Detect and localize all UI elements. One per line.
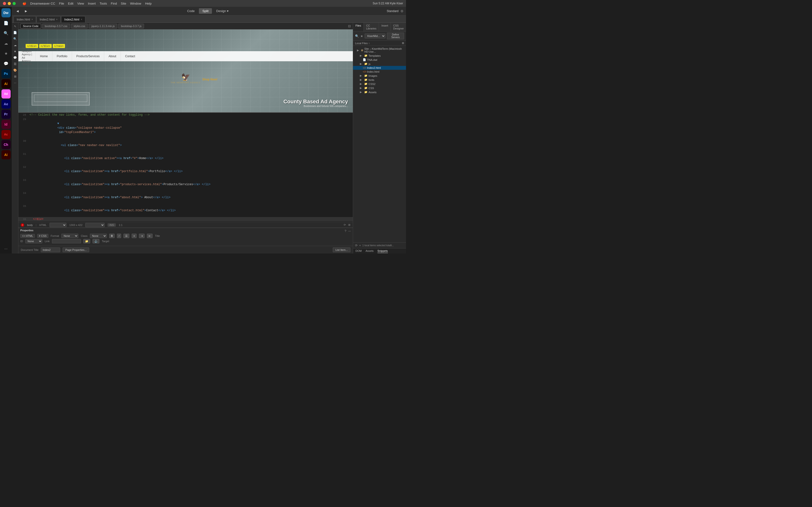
tool-cursor[interactable]: ↖	[12, 24, 18, 29]
nav-products[interactable]: Products/Services	[72, 51, 104, 61]
subtab-jquery[interactable]: jquery-1.11.3.min.js	[89, 24, 117, 29]
design-mode-btn[interactable]: Design ▾	[213, 8, 232, 14]
css-mode-btn[interactable]: # CSS	[37, 234, 48, 238]
browse-btn[interactable]: 📁	[83, 239, 90, 243]
close-btn[interactable]	[3, 2, 6, 5]
bpt-snippets[interactable]: Snippets	[377, 249, 388, 253]
menu-file[interactable]: File	[59, 2, 64, 5]
class-select[interactable]: None	[90, 234, 107, 238]
app-icon-xd[interactable]: Xd	[1, 89, 11, 99]
minimize-btn[interactable]	[8, 2, 11, 5]
rp-tab-insert[interactable]: Insert	[379, 23, 391, 32]
tool-chat[interactable]: 💬	[12, 55, 18, 60]
list-item-btn[interactable]: List Item...	[333, 247, 350, 252]
split-mode-btn[interactable]: Split	[199, 8, 212, 14]
anchor-btn[interactable]: ⚓	[93, 239, 99, 243]
code-lines[interactable]: 28 <!-- Collect the nav links, forms, an…	[18, 113, 353, 222]
status-expand-icon[interactable]: ⊞	[348, 223, 350, 226]
app-icon-pdf[interactable]: Ac	[1, 130, 11, 139]
status-close-btn[interactable]: ×	[21, 223, 24, 227]
menu-edit[interactable]: Edit	[68, 2, 73, 5]
subtab-bootstrap-js[interactable]: bootstrap-3.3.7.js	[118, 24, 144, 29]
ft-fonts-folder[interactable]: ▶ 📁 fonts	[353, 78, 406, 82]
ft-tna-dwt[interactable]: 📄 TNA.dwt	[353, 58, 406, 62]
tool-grid[interactable]: ⊞	[12, 74, 18, 79]
menu-window[interactable]: Window	[130, 2, 141, 5]
page-props-btn[interactable]: Page Properties...	[63, 247, 89, 252]
ft-site-root[interactable]: ▶ 🖥 Site – KiserMidTerm (Macintosh HD:Us…	[353, 47, 406, 54]
properties-help[interactable]: ?	[345, 229, 346, 233]
ft-index-html[interactable]: </> Index.html	[353, 70, 406, 74]
file-tab-index2b[interactable]: Index2.html ×	[61, 16, 85, 22]
dv-shop-btn[interactable]: Shop Now!	[202, 78, 217, 81]
nav-contact[interactable]: Contact	[120, 51, 140, 61]
app-icon-character-animator[interactable]: Ch	[1, 140, 11, 149]
filter-icon[interactable]: ⊟	[348, 24, 351, 28]
toolbar-settings[interactable]: ⚙	[400, 9, 404, 13]
ft-index2-html[interactable]: </> Index2.html	[353, 66, 406, 70]
subtab-styles-css[interactable]: styles.css	[71, 24, 88, 29]
app-icon-ai-app[interactable]: Ai	[1, 150, 11, 159]
app-icon-cloud[interactable]: ☁	[1, 39, 11, 48]
ul-btn[interactable]: ☰	[123, 234, 129, 238]
rp-star-icon[interactable]: ★	[360, 34, 363, 38]
rp-plus-icon[interactable]: +	[359, 243, 361, 247]
tool-more[interactable]: ···	[12, 80, 18, 86]
app-icon-photoshop[interactable]: Ps	[1, 69, 11, 78]
menu-find[interactable]: Find	[111, 2, 117, 5]
ft-css2-folder[interactable]: ▶ 📁 CSS2	[353, 82, 406, 86]
app-icon-more[interactable]: ···	[1, 244, 11, 253]
menu-tools[interactable]: Tools	[100, 2, 107, 5]
bpt-dom[interactable]: DOM	[355, 249, 362, 253]
app-icon-chat[interactable]: 💬	[1, 59, 11, 68]
menu-view[interactable]: View	[77, 2, 84, 5]
rp-tab-css-designer[interactable]: CSS Designer	[391, 23, 406, 32]
app-icon-illustrator[interactable]: Ai	[1, 79, 11, 89]
ft-css-folder[interactable]: ▶ 📁 CSS	[353, 86, 406, 90]
app-icon-premiere[interactable]: Pr	[1, 110, 11, 119]
rp-expand-icon[interactable]: ⊞	[402, 42, 404, 45]
doc-title-input[interactable]	[41, 247, 60, 252]
outdent-btn[interactable]: ⇤	[147, 234, 152, 238]
subtab-source-code[interactable]: Source Code	[20, 24, 41, 29]
file-tab-index[interactable]: Index.html ×	[13, 16, 36, 22]
tool-star[interactable]: ★	[12, 49, 18, 54]
file-tab-index2a[interactable]: Index2.html ×	[37, 16, 61, 22]
rp-tab-files[interactable]: Files	[353, 23, 364, 32]
ft-templates-folder[interactable]: ▶ 📁 Templates	[353, 54, 406, 58]
properties-collapse[interactable]: —	[348, 229, 351, 232]
tool-cloud[interactable]: ☁	[12, 43, 18, 48]
maximize-btn[interactable]	[12, 2, 16, 5]
menu-app[interactable]: 🍎	[22, 2, 27, 5]
indent-btn[interactable]: ⇥	[139, 234, 145, 238]
app-icon-file[interactable]: 📄	[1, 18, 11, 27]
italic-btn[interactable]: I	[117, 234, 121, 238]
status-format-select[interactable]	[50, 223, 66, 227]
ft-assets-folder[interactable]: ▶ 📁 Assets	[353, 90, 406, 94]
ft-js-folder[interactable]: ▶ 📁 js	[353, 62, 406, 66]
rp-server-select[interactable]: KiserMid...	[365, 34, 386, 38]
status-sync-icon[interactable]: ⟳	[344, 223, 346, 226]
menu-insert[interactable]: Insert	[88, 2, 96, 5]
tool-link[interactable]: ⛓	[12, 61, 18, 67]
tool-search[interactable]: 🔍	[12, 36, 18, 42]
app-icon-dreamweaver[interactable]: Dw	[1, 8, 11, 17]
app-icon-star[interactable]: ★	[1, 49, 11, 58]
menu-site[interactable]: Site	[121, 2, 126, 5]
bold-btn[interactable]: B	[109, 234, 114, 238]
app-icon-search[interactable]: 🔍	[1, 29, 11, 38]
nav-portfolio[interactable]: Portfolio	[52, 51, 72, 61]
file-tab-index-close[interactable]: ×	[32, 18, 33, 21]
rp-tab-cc-libraries[interactable]: CC Libraries	[364, 23, 379, 32]
bpt-assets[interactable]: Assets	[366, 249, 373, 253]
status-dimension-select[interactable]	[85, 223, 105, 227]
tool-file[interactable]: 📄	[12, 30, 18, 35]
file-tab-index2a-close[interactable]: ×	[56, 18, 57, 21]
nav-home[interactable]: Home	[36, 51, 52, 61]
link-input[interactable]	[52, 239, 81, 243]
subtab-bootstrap-css[interactable]: bootstrap-3.3.7.css	[42, 24, 70, 29]
toolbar-back[interactable]: ◀	[14, 9, 20, 13]
nav-about[interactable]: About	[104, 51, 120, 61]
id-select[interactable]: None	[26, 239, 42, 243]
app-icon-indesign[interactable]: Id	[1, 120, 11, 129]
